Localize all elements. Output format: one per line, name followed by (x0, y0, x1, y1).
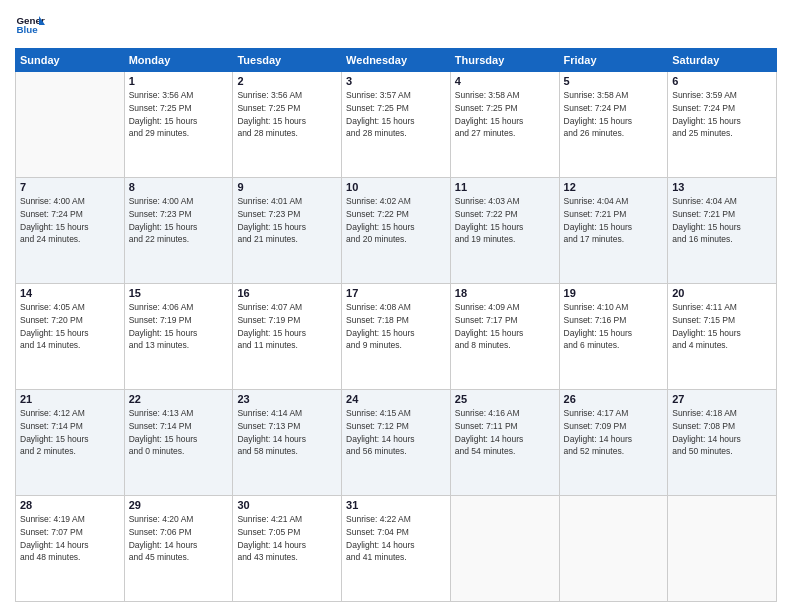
day-cell: 11Sunrise: 4:03 AMSunset: 7:22 PMDayligh… (450, 178, 559, 284)
day-cell: 29Sunrise: 4:20 AMSunset: 7:06 PMDayligh… (124, 496, 233, 602)
day-cell (450, 496, 559, 602)
day-cell: 15Sunrise: 4:06 AMSunset: 7:19 PMDayligh… (124, 284, 233, 390)
weekday-header-row: SundayMondayTuesdayWednesdayThursdayFrid… (16, 49, 777, 72)
day-number: 4 (455, 75, 555, 87)
day-number: 22 (129, 393, 229, 405)
day-cell: 21Sunrise: 4:12 AMSunset: 7:14 PMDayligh… (16, 390, 125, 496)
day-cell: 2Sunrise: 3:56 AMSunset: 7:25 PMDaylight… (233, 72, 342, 178)
day-cell: 16Sunrise: 4:07 AMSunset: 7:19 PMDayligh… (233, 284, 342, 390)
day-info: Sunrise: 4:12 AMSunset: 7:14 PMDaylight:… (20, 407, 120, 458)
calendar-table: SundayMondayTuesdayWednesdayThursdayFrid… (15, 48, 777, 602)
day-number: 27 (672, 393, 772, 405)
day-number: 30 (237, 499, 337, 511)
day-cell (668, 496, 777, 602)
day-cell: 26Sunrise: 4:17 AMSunset: 7:09 PMDayligh… (559, 390, 668, 496)
day-cell: 20Sunrise: 4:11 AMSunset: 7:15 PMDayligh… (668, 284, 777, 390)
day-cell: 24Sunrise: 4:15 AMSunset: 7:12 PMDayligh… (342, 390, 451, 496)
day-cell: 7Sunrise: 4:00 AMSunset: 7:24 PMDaylight… (16, 178, 125, 284)
day-number: 11 (455, 181, 555, 193)
day-cell: 28Sunrise: 4:19 AMSunset: 7:07 PMDayligh… (16, 496, 125, 602)
weekday-header-monday: Monday (124, 49, 233, 72)
weekday-header-friday: Friday (559, 49, 668, 72)
day-number: 31 (346, 499, 446, 511)
page: General Blue SundayMondayTuesdayWednesda… (0, 0, 792, 612)
day-number: 1 (129, 75, 229, 87)
day-info: Sunrise: 4:18 AMSunset: 7:08 PMDaylight:… (672, 407, 772, 458)
day-cell: 5Sunrise: 3:58 AMSunset: 7:24 PMDaylight… (559, 72, 668, 178)
day-cell: 4Sunrise: 3:58 AMSunset: 7:25 PMDaylight… (450, 72, 559, 178)
day-number: 28 (20, 499, 120, 511)
day-number: 16 (237, 287, 337, 299)
day-info: Sunrise: 4:11 AMSunset: 7:15 PMDaylight:… (672, 301, 772, 352)
day-info: Sunrise: 4:02 AMSunset: 7:22 PMDaylight:… (346, 195, 446, 246)
week-row-5: 28Sunrise: 4:19 AMSunset: 7:07 PMDayligh… (16, 496, 777, 602)
day-cell: 12Sunrise: 4:04 AMSunset: 7:21 PMDayligh… (559, 178, 668, 284)
day-number: 21 (20, 393, 120, 405)
day-number: 15 (129, 287, 229, 299)
week-row-2: 7Sunrise: 4:00 AMSunset: 7:24 PMDaylight… (16, 178, 777, 284)
day-info: Sunrise: 3:59 AMSunset: 7:24 PMDaylight:… (672, 89, 772, 140)
day-info: Sunrise: 4:01 AMSunset: 7:23 PMDaylight:… (237, 195, 337, 246)
day-number: 7 (20, 181, 120, 193)
day-info: Sunrise: 4:19 AMSunset: 7:07 PMDaylight:… (20, 513, 120, 564)
day-info: Sunrise: 4:13 AMSunset: 7:14 PMDaylight:… (129, 407, 229, 458)
weekday-header-sunday: Sunday (16, 49, 125, 72)
day-info: Sunrise: 4:05 AMSunset: 7:20 PMDaylight:… (20, 301, 120, 352)
day-info: Sunrise: 4:15 AMSunset: 7:12 PMDaylight:… (346, 407, 446, 458)
day-cell (16, 72, 125, 178)
logo: General Blue (15, 10, 45, 40)
day-cell (559, 496, 668, 602)
day-info: Sunrise: 4:00 AMSunset: 7:24 PMDaylight:… (20, 195, 120, 246)
day-number: 25 (455, 393, 555, 405)
day-cell: 1Sunrise: 3:56 AMSunset: 7:25 PMDaylight… (124, 72, 233, 178)
day-number: 29 (129, 499, 229, 511)
weekday-header-tuesday: Tuesday (233, 49, 342, 72)
day-info: Sunrise: 3:58 AMSunset: 7:24 PMDaylight:… (564, 89, 664, 140)
day-cell: 8Sunrise: 4:00 AMSunset: 7:23 PMDaylight… (124, 178, 233, 284)
day-number: 6 (672, 75, 772, 87)
day-info: Sunrise: 4:06 AMSunset: 7:19 PMDaylight:… (129, 301, 229, 352)
day-number: 19 (564, 287, 664, 299)
day-cell: 3Sunrise: 3:57 AMSunset: 7:25 PMDaylight… (342, 72, 451, 178)
day-info: Sunrise: 4:20 AMSunset: 7:06 PMDaylight:… (129, 513, 229, 564)
day-info: Sunrise: 4:16 AMSunset: 7:11 PMDaylight:… (455, 407, 555, 458)
week-row-1: 1Sunrise: 3:56 AMSunset: 7:25 PMDaylight… (16, 72, 777, 178)
day-cell: 30Sunrise: 4:21 AMSunset: 7:05 PMDayligh… (233, 496, 342, 602)
day-number: 20 (672, 287, 772, 299)
day-number: 3 (346, 75, 446, 87)
day-info: Sunrise: 3:57 AMSunset: 7:25 PMDaylight:… (346, 89, 446, 140)
day-cell: 19Sunrise: 4:10 AMSunset: 7:16 PMDayligh… (559, 284, 668, 390)
day-info: Sunrise: 4:07 AMSunset: 7:19 PMDaylight:… (237, 301, 337, 352)
svg-text:Blue: Blue (17, 24, 39, 35)
day-number: 23 (237, 393, 337, 405)
day-info: Sunrise: 4:14 AMSunset: 7:13 PMDaylight:… (237, 407, 337, 458)
day-info: Sunrise: 4:22 AMSunset: 7:04 PMDaylight:… (346, 513, 446, 564)
day-number: 8 (129, 181, 229, 193)
day-cell: 31Sunrise: 4:22 AMSunset: 7:04 PMDayligh… (342, 496, 451, 602)
day-info: Sunrise: 4:21 AMSunset: 7:05 PMDaylight:… (237, 513, 337, 564)
day-number: 10 (346, 181, 446, 193)
day-info: Sunrise: 4:09 AMSunset: 7:17 PMDaylight:… (455, 301, 555, 352)
day-info: Sunrise: 4:04 AMSunset: 7:21 PMDaylight:… (672, 195, 772, 246)
day-number: 14 (20, 287, 120, 299)
day-info: Sunrise: 4:17 AMSunset: 7:09 PMDaylight:… (564, 407, 664, 458)
day-cell: 25Sunrise: 4:16 AMSunset: 7:11 PMDayligh… (450, 390, 559, 496)
day-info: Sunrise: 3:56 AMSunset: 7:25 PMDaylight:… (237, 89, 337, 140)
week-row-4: 21Sunrise: 4:12 AMSunset: 7:14 PMDayligh… (16, 390, 777, 496)
day-info: Sunrise: 4:08 AMSunset: 7:18 PMDaylight:… (346, 301, 446, 352)
day-number: 2 (237, 75, 337, 87)
day-cell: 27Sunrise: 4:18 AMSunset: 7:08 PMDayligh… (668, 390, 777, 496)
day-cell: 23Sunrise: 4:14 AMSunset: 7:13 PMDayligh… (233, 390, 342, 496)
day-number: 9 (237, 181, 337, 193)
day-cell: 13Sunrise: 4:04 AMSunset: 7:21 PMDayligh… (668, 178, 777, 284)
day-number: 26 (564, 393, 664, 405)
day-cell: 9Sunrise: 4:01 AMSunset: 7:23 PMDaylight… (233, 178, 342, 284)
day-number: 24 (346, 393, 446, 405)
day-number: 17 (346, 287, 446, 299)
header: General Blue (15, 10, 777, 40)
weekday-header-wednesday: Wednesday (342, 49, 451, 72)
weekday-header-thursday: Thursday (450, 49, 559, 72)
week-row-3: 14Sunrise: 4:05 AMSunset: 7:20 PMDayligh… (16, 284, 777, 390)
day-info: Sunrise: 3:58 AMSunset: 7:25 PMDaylight:… (455, 89, 555, 140)
day-cell: 14Sunrise: 4:05 AMSunset: 7:20 PMDayligh… (16, 284, 125, 390)
